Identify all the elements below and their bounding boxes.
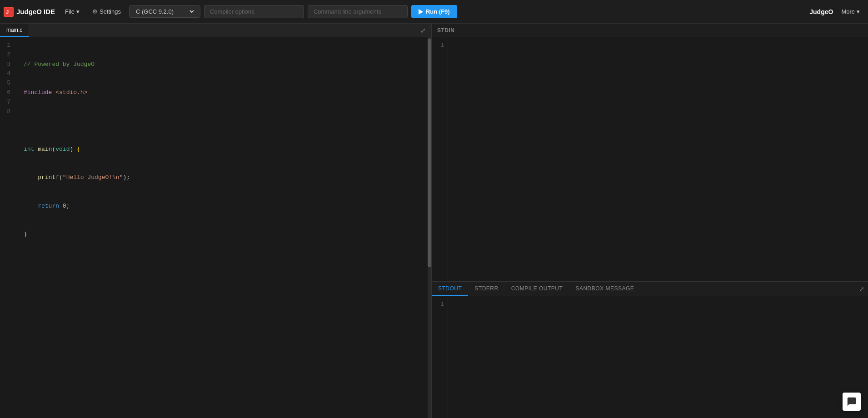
command-line-input[interactable]	[308, 5, 408, 18]
stdin-body: 1	[432, 37, 868, 281]
code-line-8	[24, 258, 422, 268]
tab-sandbox-message[interactable]: SANDBOX MESSAGE	[569, 282, 640, 296]
line-number-2: 2	[0, 50, 14, 60]
line-number-8: 8	[0, 107, 14, 117]
line-number-1: 1	[0, 41, 14, 50]
language-dropdown[interactable]: C (GCC 9.2.0) C++ (GCC 9.2.0) Java (Open…	[134, 8, 195, 15]
output-body: 1	[432, 296, 868, 418]
line-number-6: 6	[0, 88, 14, 98]
output-expand-button[interactable]: ⤢	[859, 285, 864, 293]
tab-sandbox-message-label: SANDBOX MESSAGE	[575, 285, 634, 292]
more-label: More	[841, 8, 855, 15]
chat-bubble-button[interactable]	[843, 393, 861, 411]
toolbar: J JudgeO IDE File ▾ ⚙ Settings C (GCC 9.…	[0, 0, 868, 24]
tab-stderr-label: STDERR	[474, 285, 498, 292]
chat-icon	[847, 397, 857, 407]
code-line-5: printf("Hello JudgeO!\n");	[24, 173, 422, 183]
code-line-3	[24, 116, 422, 126]
line-number-4: 4	[0, 69, 14, 79]
language-selector[interactable]: C (GCC 9.2.0) C++ (GCC 9.2.0) Java (Open…	[129, 5, 200, 18]
line-number-5: 5	[0, 79, 14, 88]
main-content: main.c ⤢ 1 2 3 4 5 6 7 8 // Powered by J…	[0, 24, 868, 418]
output-tabs: STDOUT STDERR COMPILE OUTPUT SANDBOX MES…	[432, 282, 868, 296]
brand-icon: J	[4, 7, 14, 17]
output-tab-actions: ⤢	[859, 285, 868, 293]
tab-stderr[interactable]: STDERR	[468, 282, 504, 296]
output-line-number-1: 1	[435, 300, 444, 309]
code-editor[interactable]: // Powered by JudgeO #include <stdio.h> …	[18, 37, 428, 418]
tab-compile-output[interactable]: COMPILE OUTPUT	[505, 282, 569, 296]
editor-tab-bar: main.c ⤢	[0, 24, 431, 37]
line-number-7: 7	[0, 98, 14, 107]
play-icon	[419, 9, 423, 15]
file-menu-label: File	[65, 8, 75, 15]
compiler-options-input[interactable]	[204, 5, 304, 18]
code-line-1: // Powered by JudgeO	[24, 60, 422, 70]
right-panel: STDIN 1 STDOUT STDERR COMPILE OUTPUT	[432, 24, 868, 418]
brand: J JudgeO IDE	[4, 7, 55, 17]
editor-tab-actions: ⤢	[419, 26, 431, 35]
editor-tab-label: main.c	[6, 27, 22, 33]
svg-text:J: J	[6, 9, 9, 15]
run-label: Run (F9)	[426, 8, 450, 15]
output-line-numbers: 1	[432, 296, 448, 418]
output-content	[448, 296, 868, 418]
editor-tab-main-c[interactable]: main.c	[0, 24, 29, 37]
run-button[interactable]: Run (F9)	[411, 5, 457, 18]
editor-body: 1 2 3 4 5 6 7 8 // Powered by JudgeO #in…	[0, 37, 431, 418]
tab-stdout-label: STDOUT	[438, 285, 462, 292]
brand-name: JudgeO IDE	[16, 8, 55, 15]
tab-stdout[interactable]: STDOUT	[432, 282, 468, 296]
more-dropdown-icon: ▾	[857, 8, 860, 15]
stdin-line-numbers: 1	[432, 37, 448, 281]
code-line-6: return 0;	[24, 202, 422, 211]
tab-compile-output-label: COMPILE OUTPUT	[511, 285, 563, 292]
code-line-4: int main(void) {	[24, 145, 422, 154]
line-numbers: 1 2 3 4 5 6 7 8	[0, 37, 18, 418]
line-number-3: 3	[0, 60, 14, 70]
editor-panel: main.c ⤢ 1 2 3 4 5 6 7 8 // Powered by J…	[0, 24, 432, 418]
judge0-logo: JudgeO	[809, 8, 833, 15]
code-line-7: }	[24, 230, 422, 239]
editor-scrollbar-thumb[interactable]	[428, 39, 431, 267]
more-menu-button[interactable]: More ▾	[837, 5, 864, 18]
settings-icon: ⚙	[92, 8, 98, 15]
file-dropdown-icon: ▾	[76, 8, 80, 15]
editor-expand-button[interactable]: ⤢	[419, 26, 428, 35]
settings-label: Settings	[100, 8, 121, 15]
file-menu-button[interactable]: File ▾	[60, 5, 84, 18]
code-line-2: #include <stdio.h>	[24, 88, 422, 98]
settings-button[interactable]: ⚙ Settings	[88, 5, 125, 18]
stdin-panel: STDIN 1	[432, 24, 868, 282]
stdin-line-number-1: 1	[435, 41, 444, 50]
stdin-label: STDIN	[437, 27, 455, 34]
editor-scrollbar[interactable]	[428, 37, 431, 418]
output-panel: STDOUT STDERR COMPILE OUTPUT SANDBOX MES…	[432, 282, 868, 418]
stdin-input[interactable]	[448, 37, 868, 281]
stdin-header: STDIN	[432, 24, 868, 37]
